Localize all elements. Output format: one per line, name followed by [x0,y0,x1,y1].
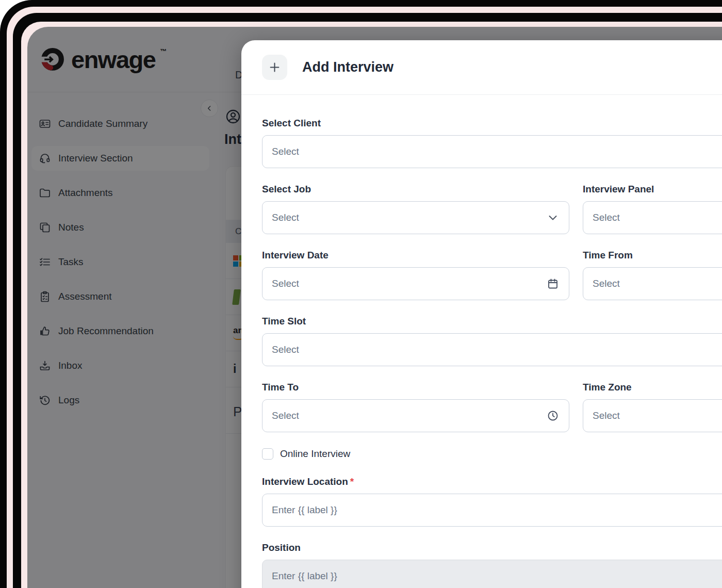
online-interview-label: Online Interview [280,448,350,460]
time-to-label: Time To [262,381,569,394]
select-job-label: Select Job [262,183,569,195]
screenshot-stage: enwage ™ D Candidate Summary Intervie [0,0,722,588]
time-to-input[interactable] [262,399,569,432]
interview-date-input[interactable] [262,267,569,300]
field-online-interview: Online Interview [262,447,722,461]
field-interview-panel: Interview Panel [583,183,722,234]
modal-body: Select Client Select Job I [241,95,722,588]
interview-date-label: Interview Date [262,249,569,262]
time-slot-input[interactable] [262,333,722,366]
position-label: Position [262,542,722,554]
interview-panel-input[interactable] [583,201,722,234]
field-row-timeto-timezone: Time To Time Zone [262,381,722,432]
field-interview-location: Interview Location* [262,476,722,527]
field-time-to: Time To [262,381,569,432]
field-position: Position [262,542,722,588]
field-row-job-panel: Select Job Interview Panel [262,183,722,234]
interview-location-label: Interview Location* [262,476,722,488]
add-interview-modal: Add Interview Select Client Select Job [241,40,722,588]
plus-icon [262,55,287,80]
clock-icon[interactable] [547,410,559,422]
select-client-label: Select Client [262,117,722,129]
calendar-icon[interactable] [547,277,559,290]
select-job-input[interactable] [262,201,569,234]
online-interview-checkbox[interactable] [262,448,273,460]
field-select-client: Select Client [262,117,722,168]
time-zone-label: Time Zone [583,381,722,394]
field-time-zone: Time Zone [583,381,722,432]
required-asterisk: * [350,476,354,487]
interview-panel-label: Interview Panel [583,183,722,195]
field-select-job: Select Job [262,183,569,234]
interview-location-input[interactable] [262,494,722,527]
time-from-label: Time From [583,249,722,262]
chevron-down-icon[interactable] [547,211,559,224]
time-from-input[interactable] [583,267,722,300]
modal-header: Add Interview [241,40,722,95]
time-slot-label: Time Slot [262,315,722,328]
field-time-from: Time From [583,249,722,300]
position-input [262,560,722,588]
modal-title: Add Interview [302,59,393,75]
select-client-input[interactable] [262,135,722,168]
time-zone-input[interactable] [583,399,722,432]
field-interview-date: Interview Date [262,249,569,300]
field-row-date-timefrom: Interview Date Time From [262,249,722,300]
field-time-slot: Time Slot [262,315,722,366]
